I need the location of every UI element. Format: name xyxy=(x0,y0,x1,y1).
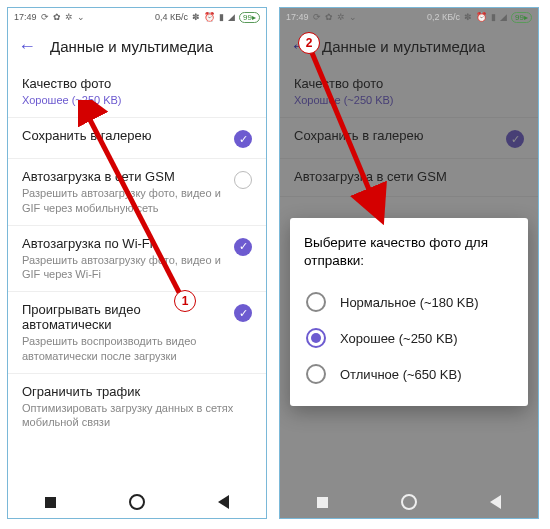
option-label: Отличное (~650 KB) xyxy=(340,367,462,382)
alarm-icon: ⏰ xyxy=(476,12,487,22)
option-excellent[interactable]: Отличное (~650 KB) xyxy=(304,356,514,392)
battery-icon: 99▸ xyxy=(511,12,532,23)
alarm-icon: ⏰ xyxy=(204,12,215,22)
option-label: Нормальное (~180 KB) xyxy=(340,295,479,310)
status-time: 17:49 xyxy=(286,12,309,22)
photo-quality-dialog: Выберите качество фото для отправки: Нор… xyxy=(290,218,528,406)
row-title: Проигрывать видео автоматически xyxy=(22,302,226,332)
dialog-title: Выберите качество фото для отправки: xyxy=(304,234,514,270)
radio-checked-icon xyxy=(306,328,326,348)
signal-icon: ▮ xyxy=(491,12,496,22)
checkbox-checked-icon[interactable]: ✓ xyxy=(234,130,252,148)
cast-icon: ⌄ xyxy=(349,12,357,22)
nav-back-icon[interactable] xyxy=(218,495,229,509)
row-subtitle: Разрешить воспроизводить видео автоматич… xyxy=(22,334,226,363)
signal-icon: ▮ xyxy=(219,12,224,22)
row-title: Ограничить трафик xyxy=(22,384,252,399)
row-title: Автозагрузка в сети GSM xyxy=(22,169,226,184)
row-title: Автозагрузка по Wi-Fi xyxy=(22,236,226,251)
row-subtitle: Разрешить автозагрузку фото, видео и GIF… xyxy=(22,253,226,282)
nav-home-icon[interactable] xyxy=(129,494,145,510)
phone-screenshot-2: 17:49 ⟳ ✿ ✲ ⌄ 0,2 КБ/с ✽ ⏰ ▮ ◢ 99▸ ← Дан… xyxy=(279,7,539,519)
status-bar: 17:49 ⟳ ✿ ✲ ⌄ 0,4 КБ/с ✽ ⏰ ▮ ◢ 99▸ xyxy=(8,8,266,26)
wifi-icon: ◢ xyxy=(500,12,507,22)
row-subtitle: Оптимизировать загрузку данных в сетях м… xyxy=(22,401,252,430)
checkbox-checked-icon[interactable]: ✓ xyxy=(234,238,252,256)
gear-icon: ✲ xyxy=(337,12,345,22)
wifi-icon: ◢ xyxy=(228,12,235,22)
option-good[interactable]: Хорошее (~250 KB) xyxy=(304,320,514,356)
nav-bar xyxy=(280,486,538,518)
nav-recent-icon[interactable] xyxy=(45,497,56,508)
bluetooth-icon: ✽ xyxy=(464,12,472,22)
sync-icon: ✿ xyxy=(325,12,333,22)
status-speed: 0,4 КБ/с xyxy=(155,12,188,22)
checkbox-checked-icon[interactable]: ✓ xyxy=(234,304,252,322)
option-label: Хорошее (~250 KB) xyxy=(340,331,458,346)
radio-unchecked-icon xyxy=(306,292,326,312)
cast-icon: ⌄ xyxy=(77,12,85,22)
status-time: 17:49 xyxy=(14,12,37,22)
gear-icon: ✲ xyxy=(65,12,73,22)
sync-icon: ✿ xyxy=(53,12,61,22)
row-photo-quality[interactable]: Качество фото Хорошее (~250 KB) xyxy=(8,66,266,118)
app-bar: ← Данные и мультимедиа xyxy=(8,26,266,66)
row-title: Качество фото xyxy=(22,76,252,91)
status-bar: 17:49 ⟳ ✿ ✲ ⌄ 0,2 КБ/с ✽ ⏰ ▮ ◢ 99▸ xyxy=(280,8,538,26)
row-autoplay[interactable]: Проигрывать видео автоматически Разрешит… xyxy=(8,292,266,374)
row-auto-gsm[interactable]: Автозагрузка в сети GSM Разрешить автоза… xyxy=(8,159,266,226)
checkbox-unchecked-icon[interactable] xyxy=(234,171,252,189)
row-limit-traffic[interactable]: Ограничить трафик Оптимизировать загрузк… xyxy=(8,374,266,440)
row-title: Сохранить в галерею xyxy=(22,128,226,143)
sync-icon: ⟳ xyxy=(313,12,321,22)
option-normal[interactable]: Нормальное (~180 KB) xyxy=(304,284,514,320)
row-auto-wifi[interactable]: Автозагрузка по Wi-Fi Разрешить автозагр… xyxy=(8,226,266,293)
status-speed: 0,2 КБ/с xyxy=(427,12,460,22)
radio-unchecked-icon xyxy=(306,364,326,384)
row-save-gallery[interactable]: Сохранить в галерею ✓ xyxy=(8,118,266,159)
page-title: Данные и мультимедиа xyxy=(50,38,213,55)
bluetooth-icon: ✽ xyxy=(192,12,200,22)
phone-screenshot-1: 17:49 ⟳ ✿ ✲ ⌄ 0,4 КБ/с ✽ ⏰ ▮ ◢ 99▸ ← Дан… xyxy=(7,7,267,519)
sync-icon: ⟳ xyxy=(41,12,49,22)
back-arrow-icon[interactable]: ← xyxy=(18,36,36,57)
row-subtitle: Хорошее (~250 KB) xyxy=(22,93,252,107)
nav-back-icon[interactable] xyxy=(490,495,501,509)
row-subtitle: Разрешить автозагрузку фото, видео и GIF… xyxy=(22,186,226,215)
battery-icon: 99▸ xyxy=(239,12,260,23)
nav-home-icon[interactable] xyxy=(401,494,417,510)
nav-bar xyxy=(8,486,266,518)
nav-recent-icon[interactable] xyxy=(317,497,328,508)
